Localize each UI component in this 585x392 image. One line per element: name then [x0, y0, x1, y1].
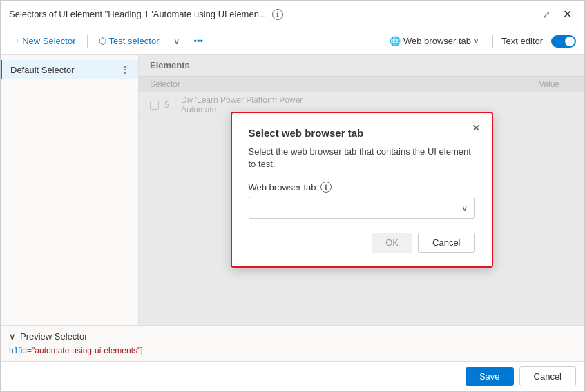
preview-selector-label: Preview Selector [20, 331, 88, 342]
preview-selector-bar: ∨ Preview Selector h1[id="automate-using… [1, 325, 584, 361]
dialog-title: Select web browser tab [249, 127, 475, 139]
dialog-close-button[interactable]: ✕ [468, 120, 485, 136]
field-info-icon[interactable]: ℹ [320, 182, 332, 193]
title-bar-right: ⤢ ✕ [539, 6, 576, 22]
main-window: Selectors of UI element "Heading 1 'Auto… [0, 0, 585, 392]
dialog-overlay: ✕ Select web browser tab Select the web … [139, 55, 584, 325]
footer: Save Cancel [1, 361, 584, 391]
test-selector-label: Test selector [109, 36, 160, 46]
resize-button[interactable]: ⤢ [539, 8, 553, 21]
preview-header[interactable]: ∨ Preview Selector [9, 331, 576, 342]
bracket-close: ] [140, 346, 142, 355]
dialog-ok-button[interactable]: OK [372, 233, 412, 253]
new-selector-button[interactable]: + New Selector [9, 33, 81, 49]
select-web-browser-dialog: ✕ Select web browser tab Select the web … [231, 112, 493, 268]
toolbar-separator [87, 35, 88, 48]
test-selector-button[interactable]: ⬡ Test selector [93, 33, 165, 49]
tag-name: h1[id= [9, 346, 32, 355]
globe-icon: 🌐 [390, 36, 401, 47]
toggle-knob [565, 37, 575, 46]
chevron-down-icon: ∨ [173, 36, 180, 46]
default-selector-label: Default Selector [10, 65, 75, 75]
text-editor-toggle[interactable] [551, 35, 576, 48]
dialog-description: Select the web browser tab that contains… [249, 146, 475, 170]
title-bar: Selectors of UI element "Heading 1 'Auto… [1, 1, 584, 28]
text-editor-label: Text editor [501, 36, 543, 46]
sidebar-item-default-selector[interactable]: Default Selector ⋮ [1, 60, 138, 79]
toolbar-right: 🌐 Web browser tab ∨ Text editor [384, 33, 576, 50]
main-content: Elements Selector Value 5 Div 'Learn Pow… [139, 55, 584, 325]
toolbar: + New Selector ⬡ Test selector ∨ ••• 🌐 W… [1, 28, 584, 55]
field-label: Web browser tab ℹ [249, 182, 475, 193]
web-browser-tab-label: Web browser tab [403, 36, 471, 46]
toolbar-sep2 [492, 35, 493, 48]
title-info-icon[interactable]: ℹ [272, 9, 283, 20]
chevron-down-preview-icon: ∨ [9, 331, 16, 342]
new-selector-label: + New Selector [15, 36, 76, 46]
toolbar-chevron-button[interactable]: ∨ [168, 33, 186, 49]
attr-value: "automate-using-ui-elements" [32, 346, 140, 355]
window-close-button[interactable]: ✕ [559, 6, 576, 22]
test-icon: ⬡ [99, 36, 106, 46]
web-browser-tab-button[interactable]: 🌐 Web browser tab ∨ [384, 33, 484, 50]
toolbar-left: + New Selector ⬡ Test selector ∨ ••• [9, 33, 209, 49]
sidebar-more-icon[interactable]: ⋮ [120, 64, 130, 75]
dialog-footer: OK Cancel [249, 233, 475, 253]
web-browser-tab-dropdown[interactable] [249, 197, 475, 219]
dropdown-wrapper: ∨ [249, 197, 475, 219]
web-browser-tab-field-label: Web browser tab [249, 182, 316, 193]
content-area: Default Selector ⋮ Elements Selector Val… [1, 55, 584, 325]
preview-content: h1[id="automate-using-ui-elements"] [9, 346, 576, 355]
toolbar-more-button[interactable]: ••• [189, 33, 209, 49]
sidebar: Default Selector ⋮ [1, 55, 139, 325]
more-icon: ••• [194, 36, 204, 46]
window-title: Selectors of UI element "Heading 1 'Auto… [9, 9, 267, 19]
cancel-button[interactable]: Cancel [519, 366, 576, 386]
dialog-cancel-button[interactable]: Cancel [418, 233, 474, 253]
web-browser-chevron-icon: ∨ [474, 37, 479, 45]
save-button[interactable]: Save [466, 367, 514, 386]
title-bar-left: Selectors of UI element "Heading 1 'Auto… [9, 9, 283, 20]
